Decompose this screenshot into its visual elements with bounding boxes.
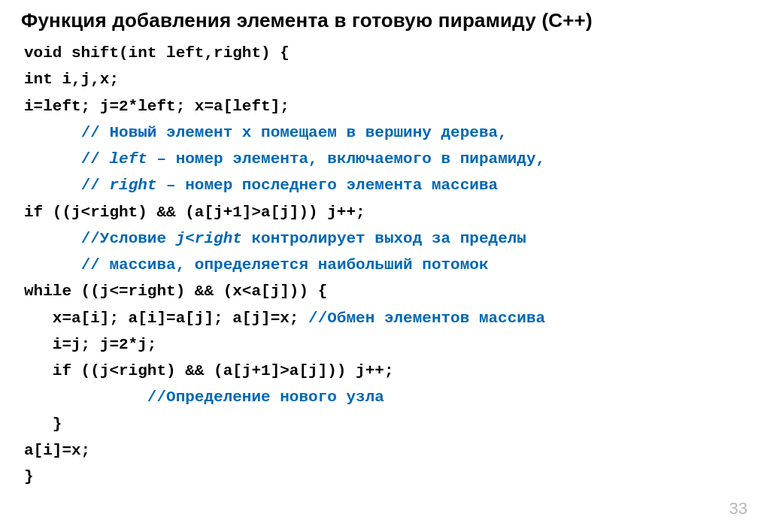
code-comment-italic: j<right [176, 230, 242, 247]
code-comment: // [81, 150, 110, 168]
code-line: void shift(int left,right) { [24, 44, 290, 62]
code-comment: //Обмен элементов массива [308, 310, 545, 327]
code-comment: //Определение нового узла [147, 388, 384, 406]
page-number: 33 [729, 499, 747, 518]
code-line: int i,j,x; [24, 71, 119, 88]
code-line: a[i]=x; [24, 442, 90, 459]
code-line: while ((j<=right) && (x<a[j])) { [24, 283, 327, 300]
slide-title: Функция добавления элемента в готовую пи… [21, 9, 749, 32]
code-line: if ((j<right) && (a[j+1]>a[j])) j++; [24, 204, 365, 221]
code-line: x=a[i]; a[i]=a[j]; a[j]=x; [24, 310, 308, 327]
code-comment-italic: right [109, 177, 156, 194]
code-comment: контролирует выход за пределы [242, 230, 526, 247]
code-comment: – номер элемента, включаемого в пирамиду… [147, 150, 545, 168]
code-line: if ((j<right) && (a[j+1]>a[j])) j++; [24, 362, 393, 379]
code-line: i=left; j=2*left; x=a[left]; [24, 98, 290, 115]
code-comment: //Условие [81, 230, 176, 247]
code-block: void shift(int left,right) { int i,j,x; … [24, 40, 749, 491]
code-comment: // массива, определяется наибольший пото… [81, 256, 489, 274]
code-comment: – номер последнего элемента массива [156, 177, 498, 194]
code-comment-italic: left [109, 150, 147, 168]
code-line: i=j; j=2*j; [24, 336, 156, 353]
code-comment: // [81, 177, 110, 194]
code-comment: // Новый элемент х помещаем в вершину де… [81, 124, 508, 141]
code-line: } [24, 416, 62, 433]
slide: Функция добавления элемента в готовую пи… [0, 0, 770, 532]
code-line: } [24, 468, 34, 485]
